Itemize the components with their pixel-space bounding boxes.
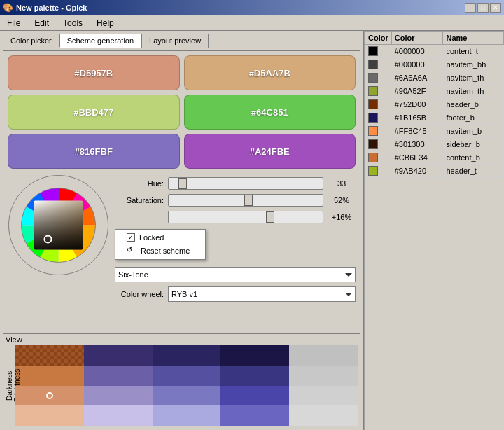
minimize-button[interactable]: — [465, 3, 476, 13]
table-swatch-3 [365, 85, 392, 98]
view-cell-3-0[interactable] [220, 345, 289, 366]
view-cell-1-1[interactable] [84, 366, 153, 386]
context-reset[interactable]: ↺ Reset scheme [115, 244, 205, 258]
table-hex-6: #FF8C45 [391, 125, 443, 138]
window-title: New palette - Gpick [16, 4, 87, 12]
hue-label: Hue: [115, 179, 164, 188]
context-locked[interactable]: ✓ Locked [115, 231, 205, 244]
table-name-3: navitem_th [443, 85, 504, 98]
view-cell-0-3[interactable] [15, 405, 84, 426]
view-axis: Darkness Brightness [6, 345, 15, 426]
view-cell-0-2[interactable] [15, 386, 84, 406]
view-cell-2-2[interactable] [153, 386, 221, 406]
hue-row: Hue: 33 [115, 177, 356, 190]
tab-scheme-generation[interactable]: Scheme generation [59, 34, 141, 48]
view-cell-4-0[interactable] [289, 345, 358, 366]
saturation-slider[interactable] [168, 194, 323, 207]
view-cell-1-2[interactable] [84, 386, 153, 406]
tabs: Color picker Scheme generation Layout pr… [3, 34, 360, 48]
color-dot-6 [368, 126, 378, 136]
table-swatch-2 [365, 71, 392, 85]
table-name-4: header_b [443, 98, 504, 111]
axis-darkness: Darkness [6, 370, 13, 400]
swatch-1[interactable]: #D5AA7B [184, 55, 356, 90]
wheel-dropdown[interactable]: RYB v1 RYB v2 RGB [168, 286, 356, 302]
table-name-6: navitem_b [443, 125, 504, 138]
view-cell-2-1[interactable] [153, 366, 221, 386]
table-row[interactable]: #CB6E34 content_b [365, 151, 504, 165]
view-cell-1-3[interactable] [84, 405, 153, 426]
table-row[interactable]: #1B165B footer_b [365, 111, 504, 125]
table-hex-4: #752D00 [391, 98, 443, 111]
table-hex-7: #301300 [391, 138, 443, 151]
saturation-thumb[interactable] [244, 195, 253, 206]
view-cell-2-3[interactable] [153, 405, 221, 426]
tab-color-picker[interactable]: Color picker [3, 34, 59, 48]
swatch-5[interactable]: #A24FBE [184, 134, 356, 169]
table-name-2: navitem_th [443, 71, 504, 85]
sliders-panel: Hue: 33 Saturation: 52% [115, 174, 356, 302]
table-name-0: content_t [443, 45, 504, 58]
view-col-1 [84, 345, 153, 426]
color-wheel-container [8, 174, 109, 276]
table-swatch-6 [365, 125, 392, 138]
menu-file[interactable]: File [3, 17, 24, 29]
table-hex-9: #9AB420 [391, 165, 443, 178]
hue-value: 33 [328, 179, 356, 188]
view-col-4 [289, 345, 358, 426]
color-dot-7 [368, 139, 378, 149]
swatch-3[interactable]: #64C851 [184, 95, 356, 130]
table-row[interactable]: #000000 content_t [365, 45, 504, 58]
scheme-dropdown[interactable]: Six-Tone Five-Tone Four-Tone Triad Compl… [115, 267, 356, 282]
swatch-4[interactable]: #816FBF [8, 134, 180, 169]
table-row[interactable]: #90A52F navitem_th [365, 85, 504, 98]
view-cell-0-1[interactable] [15, 366, 84, 386]
menu-edit[interactable]: Edit [30, 17, 53, 29]
view-cell-4-3[interactable] [289, 405, 358, 426]
locked-checkbox[interactable]: ✓ [127, 233, 135, 242]
view-cell-4-2[interactable] [289, 386, 358, 406]
tab-layout-preview[interactable]: Layout preview [141, 34, 209, 48]
scheme-dropdown-row: Six-Tone Five-Tone Four-Tone Triad Compl… [115, 267, 356, 282]
menubar: File Edit Tools Help [0, 15, 504, 31]
view-cell-1-0[interactable] [84, 345, 153, 366]
maximize-button[interactable]: □ [477, 3, 489, 13]
close-button[interactable]: ✕ [490, 3, 501, 13]
menu-help[interactable]: Help [92, 17, 118, 29]
svg-rect-1 [34, 201, 83, 250]
brightness-slider[interactable] [168, 211, 323, 223]
window-controls[interactable]: — □ ✕ [465, 3, 501, 13]
table-swatch-8 [365, 151, 392, 165]
table-row[interactable]: #000000 navitem_bh [365, 58, 504, 71]
col-header-swatch: Color [365, 32, 392, 45]
color-dot-0 [368, 46, 378, 56]
col-header-name: Name [443, 32, 504, 45]
table-swatch-4 [365, 98, 392, 111]
controls-row: Hue: 33 Saturation: 52% [8, 174, 356, 302]
swatch-2[interactable]: #BBD477 [8, 95, 180, 130]
hue-slider[interactable] [168, 177, 323, 190]
color-dot-1 [368, 60, 378, 69]
color-dot-5 [368, 113, 378, 123]
color-wheel[interactable] [8, 174, 109, 276]
swatch-0[interactable]: #D5957B [8, 55, 180, 90]
table-row[interactable]: #752D00 header_b [365, 98, 504, 111]
table-row[interactable]: #9AB420 header_t [365, 165, 504, 178]
saturation-row: Saturation: 52% [115, 194, 356, 207]
view-swatches [15, 345, 358, 426]
wheel-label: Color wheel: [115, 290, 164, 298]
menu-tools[interactable]: Tools [59, 17, 87, 29]
view-cell-3-3[interactable] [220, 405, 289, 426]
view-cell-3-2[interactable] [220, 386, 289, 406]
view-cell-2-0[interactable] [153, 345, 221, 366]
table-row[interactable]: #6A6A6A navitem_th [365, 71, 504, 85]
table-row[interactable]: #FF8C45 navitem_b [365, 125, 504, 138]
table-row[interactable]: #301300 sidebar_b [365, 138, 504, 151]
view-cell-0-0[interactable] [15, 345, 84, 366]
brightness-thumb[interactable] [266, 211, 274, 223]
table-swatch-0 [365, 45, 392, 58]
view-cell-4-1[interactable] [289, 366, 358, 386]
view-cell-3-1[interactable] [220, 366, 289, 386]
hue-thumb[interactable] [178, 178, 187, 189]
color-dot-3 [368, 86, 378, 96]
